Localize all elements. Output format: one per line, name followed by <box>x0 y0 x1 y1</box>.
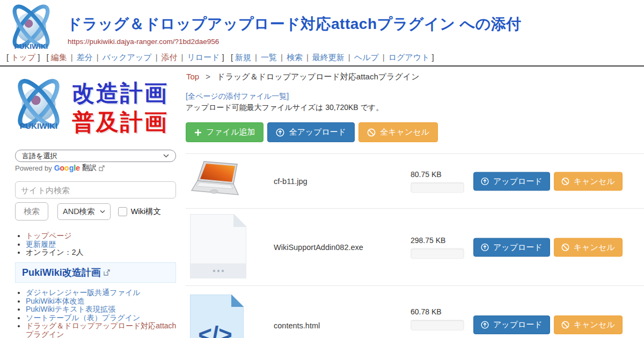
nav-link-top[interactable]: トップ <box>11 53 35 62</box>
list-item: 更新履歴 <box>26 240 180 249</box>
page-title: ドラッグ＆ドロップアップロード対応attachプラグイン への添付 <box>67 14 522 34</box>
file-row: </> contents.html 60.78 KB アップロード <box>186 285 644 338</box>
list-item: PukiWikiテキスト表現拡張 <box>26 305 180 314</box>
nav-link-diff[interactable]: 差分 <box>77 53 93 62</box>
wiki-syntax-label: Wiki構文 <box>131 207 161 217</box>
file-name: contents.html <box>274 321 320 330</box>
file-size-block: 298.75 KB <box>411 236 464 259</box>
file-name: cf-b11.jpg <box>274 177 308 186</box>
google-translate-attribution: Powered by Google 翻訳 <box>15 163 105 173</box>
upload-all-button[interactable]: 全アップロード <box>267 122 355 142</box>
ban-icon <box>561 321 569 329</box>
file-row: WikiSupportAddin082.exe 298.75 KB アップロード <box>186 208 644 285</box>
add-files-button[interactable]: ファイル追加 <box>186 122 264 142</box>
list-item: ダジャレンジャー版共通ファイル <box>26 289 180 297</box>
nav-link-reload[interactable]: リロード <box>187 53 219 62</box>
nav-bracket: ] <box>431 53 434 62</box>
upload-circle-icon <box>481 321 489 329</box>
plus-icon <box>194 129 202 136</box>
translate-link[interactable]: 翻訳 <box>82 163 97 173</box>
sidebar-link-list-top: トップページ 更新履歴 オンライン：2人 <box>16 232 180 257</box>
nav-bracket: [ <box>47 53 49 62</box>
google-logo: Google <box>54 164 80 172</box>
sidebar-section-header: PukiWiki改造計画 <box>15 262 176 283</box>
nav-link-search[interactable]: 検索 <box>287 53 303 62</box>
upload-circle-icon <box>481 243 489 251</box>
nav-bracket: [ <box>231 53 233 62</box>
breadcrumb-current-page: ドラッグ＆ドロップアップロード対応attachプラグイン <box>217 72 419 81</box>
nav-link-edit[interactable]: 編集 <box>51 53 67 62</box>
all-attachments-link[interactable]: [全ページの添付ファイル一覧] <box>186 92 289 101</box>
sidebar-link-toppage[interactable]: トップページ <box>26 231 72 240</box>
sidebar-link-update-history[interactable]: 更新履歴 <box>26 240 56 248</box>
ban-icon <box>561 243 569 251</box>
pukiwiki-atom-logo[interactable]: PUKIWIKI <box>4 2 58 55</box>
site-logo-line1: 改造計画 <box>72 78 169 108</box>
breadcrumb: Top > ドラッグ＆ドロップアップロード対応attachプラグイン <box>186 72 420 82</box>
file-size: 60.78 KB <box>411 307 464 316</box>
external-link-icon <box>104 269 110 276</box>
svg-text:PUKIWIKI: PUKIWIKI <box>14 42 48 50</box>
nav-link-recent-changes[interactable]: 最終更新 <box>312 53 345 62</box>
sidebar-section-link[interactable]: PukiWiki改造計画 <box>22 266 101 279</box>
file-row-buttons: アップロード キャンセル <box>473 238 623 256</box>
nav-link-attach[interactable]: 添付 <box>162 53 178 62</box>
nav-bracket: [ <box>6 53 9 62</box>
search-controls: 検索 AND検索 Wiki構文 <box>15 202 161 221</box>
sidebar-link-dragdrop-attach[interactable]: ドラッグ＆ドロップアップロード対応attachプラグイン <box>26 321 176 338</box>
online-count: オンライン：2人 <box>26 248 180 257</box>
upload-button[interactable]: アップロード <box>473 238 550 256</box>
max-upload-size-text: アップロード可能最大ファイルサイズは 30,720KB です。 <box>186 103 383 113</box>
language-select-value: 言語を選択 <box>22 151 57 161</box>
page-url-link[interactable]: https://pukiwiki.dajya-ranger.com/?1bd2d… <box>68 38 219 46</box>
nav-link-help[interactable]: ヘルプ <box>354 53 379 62</box>
language-select[interactable]: 言語を選択 <box>15 150 176 162</box>
top-navigation: [トップ] [編集|差分|バックアップ|添付|リロード] [新規|一覧|検索|最… <box>4 53 436 63</box>
file-row-buttons: アップロード キャンセル <box>473 315 623 334</box>
cancel-button[interactable]: キャンセル <box>554 315 623 334</box>
chevron-down-icon <box>163 154 169 158</box>
sidebar-link-text-extension[interactable]: PukiWikiテキスト表現拡張 <box>26 305 115 313</box>
sidebar-site-logo[interactable]: PUKIWIKI 改造計画 普及計画 <box>9 74 180 143</box>
nav-link-new[interactable]: 新規 <box>235 53 251 62</box>
file-size-block: 80.75 KB <box>411 170 464 193</box>
list-item: PukiWiki本体改造 <box>26 297 180 306</box>
list-item: トップページ <box>26 232 180 240</box>
nav-bracket: ] <box>38 53 40 62</box>
nav-link-list[interactable]: 一覧 <box>261 53 277 62</box>
sidebar-link-common-files[interactable]: ダジャレンジャー版共通ファイル <box>26 288 141 297</box>
nav-link-logout[interactable]: ログアウト <box>389 53 430 62</box>
search-button[interactable]: 検索 <box>15 202 48 221</box>
wiki-syntax-checkbox[interactable] <box>118 207 127 216</box>
list-item: ソートテーブル（表）プラグイン <box>26 314 180 322</box>
file-name: WikiSupportAddin082.exe <box>274 243 363 252</box>
external-link-icon <box>99 165 105 171</box>
nav-link-backup[interactable]: バックアップ <box>103 53 152 62</box>
file-size: 298.75 KB <box>411 236 464 244</box>
site-logo-line2: 普及計画 <box>72 107 169 137</box>
cancel-all-button[interactable]: 全キャンセル <box>358 122 438 142</box>
upload-circle-icon <box>276 128 284 137</box>
upload-action-bar: ファイル追加 全アップロード 全キャンセル <box>186 122 438 142</box>
upload-button[interactable]: アップロード <box>473 315 550 334</box>
upload-button[interactable]: アップロード <box>473 172 550 190</box>
sidebar-link-core-mods[interactable]: PukiWiki本体改造 <box>26 297 85 305</box>
breadcrumb-top-link[interactable]: Top <box>186 72 199 81</box>
atom-logo-icon: PUKIWIKI <box>9 74 69 137</box>
ban-icon <box>367 128 376 137</box>
sidebar-link-list-bottom: ダジャレンジャー版共通ファイル PukiWiki本体改造 PukiWikiテキス… <box>16 289 180 338</box>
chevron-down-icon <box>100 210 105 214</box>
ban-icon <box>561 177 569 185</box>
nav-bracket: ] <box>222 53 224 62</box>
file-size: 80.75 KB <box>411 170 464 178</box>
breadcrumb-separator: > <box>206 72 210 81</box>
file-row-buttons: アップロード キャンセル <box>473 172 623 190</box>
sidebar-link-sort-table[interactable]: ソートテーブル（表）プラグイン <box>26 313 140 322</box>
search-mode-select[interactable]: AND検索 <box>57 203 111 220</box>
cancel-button[interactable]: キャンセル <box>554 238 623 256</box>
file-size-block: 60.78 KB <box>411 307 464 330</box>
cancel-button[interactable]: キャンセル <box>554 172 623 190</box>
search-mode-value: AND検索 <box>63 207 95 217</box>
file-row: cf-b11.jpg 80.75 KB アップロード <box>186 153 644 208</box>
site-search-input[interactable] <box>15 181 176 199</box>
